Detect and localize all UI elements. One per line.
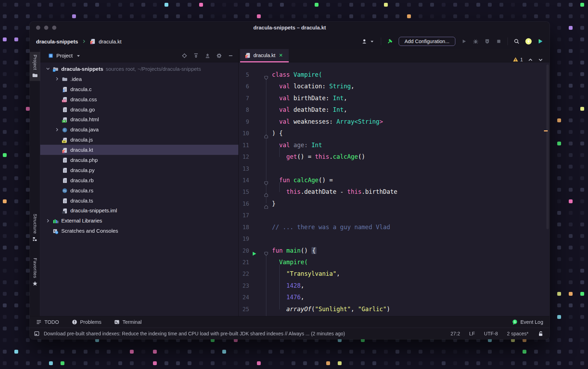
status-message[interactable]: Download pre-built shared indexes: Reduc… [44, 331, 345, 336]
code-editor[interactable]: 5class Vampire(6 val location: String,7 … [239, 62, 550, 316]
editor-tab-dracula-kt[interactable]: dracula.kt [240, 49, 289, 62]
chevron-down-icon[interactable] [538, 57, 543, 62]
event-log-button[interactable]: 1 Event Log [512, 319, 543, 325]
stop-icon[interactable] [496, 39, 502, 44]
locate-file-icon[interactable] [182, 53, 187, 59]
code-line-22[interactable]: 22 "Transylvania", [239, 268, 550, 280]
code-line-11[interactable]: 11 val age: Int [239, 139, 550, 151]
build-hammer-icon[interactable] [387, 39, 393, 44]
add-configuration-button[interactable]: Add Configuration... [399, 37, 455, 46]
line-number: 12 [239, 151, 249, 163]
stripe-button-favorites[interactable]: Favorites [30, 255, 40, 289]
unlock-icon[interactable] [538, 331, 543, 336]
tree-chevron-icon[interactable] [54, 127, 60, 132]
line-number: 16 [239, 198, 249, 210]
code-text: Vampire( [272, 257, 550, 268]
tree-item-label: dracula.go [70, 107, 95, 112]
code-line-5[interactable]: 5class Vampire( [239, 69, 550, 81]
hide-panel-icon[interactable] [228, 53, 233, 59]
user-profile-icon[interactable] [362, 39, 367, 44]
tree-item-dracula-css[interactable]: CSSdracula.css [40, 94, 238, 104]
code-line-13[interactable]: 13 [239, 163, 550, 175]
code-line-10[interactable]: 10) { [239, 128, 550, 139]
code-line-6[interactable]: 6 val location: String, [239, 81, 550, 92]
editor-scrollbar[interactable] [546, 64, 549, 229]
code-line-16[interactable]: 16} [239, 198, 550, 210]
tree-item-dracula-c[interactable]: dracula.c [40, 84, 238, 94]
tree-chevron-icon[interactable] [45, 66, 51, 71]
tree-item-dracula-snippets-iml[interactable]: dracula-snippets.iml [40, 205, 238, 216]
panel-title[interactable]: Project [56, 53, 73, 59]
file-icon: H [62, 117, 68, 123]
todo-tool-button[interactable]: TODO [36, 319, 59, 325]
tab-label: dracula.kt [253, 53, 275, 58]
toggle-tool-windows-icon[interactable] [34, 331, 40, 336]
code-line-23[interactable]: 23 1428, [239, 280, 550, 292]
collapse-all-icon[interactable] [205, 53, 210, 59]
tree-item--idea[interactable]: .idea [40, 74, 238, 84]
tree-item-external-libraries[interactable]: External Libraries [40, 216, 238, 226]
tree-chevron-icon[interactable] [45, 218, 51, 224]
code-line-17[interactable]: 17 [239, 210, 550, 221]
close-window-button[interactable] [36, 26, 40, 30]
breadcrumb-project[interactable]: dracula-snippets [36, 39, 78, 45]
code-line-7[interactable]: 7 val birthDate: Int, [239, 93, 550, 104]
code-text: val weaknesses: Array<String> [272, 116, 550, 128]
ide-logo-icon[interactable] [538, 39, 543, 44]
debug-icon[interactable] [473, 39, 478, 44]
tree-item-dracula-java[interactable]: Cdracula.java [40, 124, 238, 135]
tree-item-dracula-kt[interactable]: dracula.kt [40, 145, 238, 155]
stripe-button-structure[interactable]: Structure [30, 211, 40, 245]
tree-item-dracula-go[interactable]: dracula.go [40, 104, 238, 115]
run-icon[interactable] [461, 39, 467, 44]
stripe-button-project[interactable]: Project [30, 52, 40, 81]
code-line-25[interactable]: 25 arrayOf("Sunlight", "Garlic") [239, 303, 550, 315]
code-line-8[interactable]: 8 val deathDate: Int, [239, 104, 550, 116]
tree-item-dracula-js[interactable]: JSdracula.js [40, 135, 238, 145]
code-line-14[interactable]: 14 fun calcAge() = [239, 175, 550, 186]
tree-item-scratches-and-consoles[interactable]: Scratches and Consoles [40, 226, 238, 236]
tree-item-dracula-snippets[interactable]: dracula-snippetssources root, ~/Projects… [40, 64, 238, 74]
title-bar: dracula-snippets – dracula.kt [30, 22, 550, 34]
tree-item-dracula-rs[interactable]: Rsdracula.rs [40, 185, 238, 196]
code-line-18[interactable]: 18// ... there was a guy named Vlad [239, 221, 550, 233]
code-line-21[interactable]: 21 Vampire( [239, 257, 550, 268]
code-line-19[interactable]: 19 [239, 233, 550, 245]
code-line-20[interactable]: 20fun main() { [239, 245, 550, 257]
code-line-24[interactable]: 24 1476, [239, 292, 550, 303]
chevron-down-icon[interactable] [369, 39, 375, 44]
tree-item-dracula-py[interactable]: dracula.py [40, 165, 238, 175]
gear-icon[interactable] [216, 53, 222, 59]
tree-item-dracula-rb[interactable]: dracula.rb [40, 175, 238, 185]
traffic-lights[interactable] [36, 26, 56, 30]
tree-chevron-icon[interactable] [54, 76, 60, 82]
code-line-15[interactable]: 15 this.deathDate - this.birthDate [239, 186, 550, 198]
line-number: 9 [239, 116, 249, 128]
problems-tool-button[interactable]: Problems [72, 319, 102, 325]
tree-item-dracula-html[interactable]: Hdracula.html [40, 114, 238, 124]
code-line-12[interactable]: 12 get() = this.calcAge() [239, 151, 550, 163]
update-available-icon[interactable] [525, 38, 532, 45]
inspection-widget[interactable]: 1 [513, 57, 543, 62]
tree-item-dracula-ts[interactable]: dracula.ts [40, 196, 238, 206]
code-text: ) { [272, 128, 550, 139]
tree-item-dracula-php[interactable]: dracula.php [40, 155, 238, 165]
code-text: 1428, [272, 280, 550, 292]
line-separator[interactable]: LF [469, 331, 475, 336]
search-everywhere-icon[interactable] [514, 39, 519, 44]
expand-all-icon[interactable] [193, 53, 199, 59]
line-number: 23 [239, 280, 249, 292]
maximize-window-button[interactable] [52, 26, 56, 30]
chevron-down-icon[interactable] [76, 53, 81, 59]
code-line-9[interactable]: 9 val weaknesses: Array<String> [239, 116, 550, 128]
warning-count: 1 [520, 57, 523, 62]
indent-style[interactable]: 2 spaces* [507, 331, 528, 336]
coverage-icon[interactable] [484, 39, 490, 44]
chevron-up-icon[interactable] [527, 57, 533, 62]
terminal-tool-button[interactable]: Terminal [114, 319, 142, 325]
minimize-window-button[interactable] [44, 26, 48, 30]
file-encoding[interactable]: UTF-8 [484, 331, 498, 336]
close-tab-icon[interactable] [278, 53, 284, 58]
breadcrumb-file[interactable]: dracula.kt [99, 39, 121, 45]
caret-position[interactable]: 27:2 [450, 331, 460, 336]
